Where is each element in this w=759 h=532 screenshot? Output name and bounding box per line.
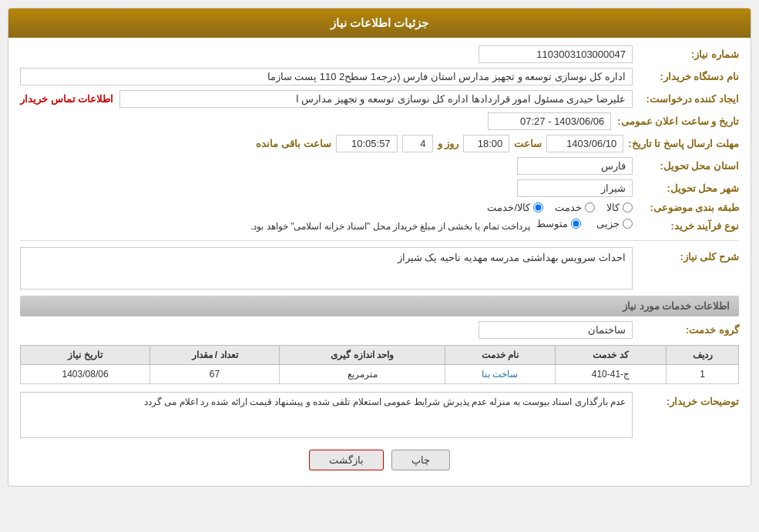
col-header-row: ردیف — [667, 346, 739, 365]
category-option-kala-khedmat[interactable]: کالا/خدمت — [487, 202, 543, 213]
category-label-kala-khedmat: کالا/خدمت — [487, 202, 530, 213]
cell-row-num: 1 — [667, 365, 739, 384]
cell-name: ساخت بنا — [445, 365, 555, 384]
services-table: ردیف کد خدمت نام خدمت واحد اندازه گیری ت… — [20, 345, 739, 384]
response-days-label: روز و — [438, 138, 459, 149]
purchase-radio-jozyi[interactable] — [623, 219, 633, 229]
cell-quantity: 67 — [150, 365, 280, 384]
purchase-type-jozyi[interactable]: جزیی — [596, 218, 633, 229]
need-number-label: شماره نیاز: — [639, 49, 739, 60]
buyer-notes-label: توضیحات خریدار: — [639, 392, 739, 407]
category-option-khedmat[interactable]: خدمت — [555, 202, 595, 213]
cell-date: 1403/08/06 — [21, 365, 150, 384]
response-days: 4 — [402, 135, 433, 152]
category-label-kala: کالا — [606, 202, 620, 213]
province-label: استان محل تحویل: — [639, 160, 739, 172]
category-radio-group: کالا خدمت کالا/خدمت — [487, 202, 633, 213]
response-deadline-label: مهلت ارسال پاسخ تا تاریخ: — [628, 138, 739, 149]
col-header-unit: واحد اندازه گیری — [279, 346, 445, 365]
city-label: شهر محل تحویل: — [639, 182, 739, 194]
need-number-value: 1103003103000047 — [479, 45, 633, 63]
buyer-org-value: اداره کل نوسازی توسعه و تجهیز مدارس استا… — [20, 68, 633, 85]
col-header-code: کد خدمت — [555, 346, 667, 365]
announce-date-value: 1403/06/06 - 07:27 — [488, 112, 611, 130]
buttons-row: چاپ بازگشت — [20, 450, 739, 470]
purchase-type-label: نوع فرآیند خرید: — [639, 220, 739, 232]
col-header-name: نام خدمت — [445, 346, 555, 365]
category-label: طبقه بندی موضوعی: — [639, 202, 739, 213]
purchase-radio-mottavasset[interactable] — [571, 219, 581, 229]
services-section-header: اطلاعات خدمات مورد نیاز — [20, 296, 739, 316]
purchase-type-group: جزیی متوسط — [536, 218, 633, 229]
purchase-label-jozyi: جزیی — [596, 218, 620, 229]
service-group-value: ساختمان — [479, 321, 633, 339]
purchase-label-mottavasset: متوسط — [536, 218, 568, 229]
category-radio-kala[interactable] — [623, 202, 633, 212]
category-label-khedmat: خدمت — [555, 202, 582, 213]
city-value: شیراز — [517, 179, 633, 197]
divider-1 — [20, 240, 739, 241]
category-option-kala[interactable]: کالا — [606, 202, 633, 213]
creator-contact-link[interactable]: اطلاعات تماس خریدار — [20, 93, 113, 105]
response-date: 1403/06/10 — [546, 135, 623, 152]
description-value: احداث سرویس بهداشتی مدرسه مهدیه ناحیه یک… — [20, 247, 633, 289]
print-button[interactable]: چاپ — [391, 450, 450, 470]
col-header-date: تاریخ نیاز — [21, 346, 150, 365]
buyer-org-label: نام دستگاه خریدار: — [639, 71, 739, 82]
creator-value: علیرضا حیدری مسئول امور قراردادها اداره … — [119, 90, 633, 108]
category-radio-khedmat[interactable] — [585, 202, 595, 212]
purchase-type-mottavasset[interactable]: متوسط — [536, 218, 581, 229]
purchase-note: پرداخت تمام یا بخشی از مبلغ خریداز محل "… — [250, 221, 530, 232]
col-header-qty: تعداد / مقدار — [150, 346, 280, 365]
response-remaining: 10:05:57 — [336, 135, 398, 152]
table-row: 1 ج-41-410 ساخت بنا مترمربع 67 1403/08/0… — [21, 365, 739, 384]
service-group-label: گروه خدمت: — [639, 324, 739, 336]
category-radio-kala-khedmat[interactable] — [533, 202, 543, 212]
province-value: فارس — [517, 157, 633, 175]
cell-unit: مترمربع — [279, 365, 445, 384]
description-label: شرح کلی نیاز: — [639, 247, 739, 263]
cell-code: ج-41-410 — [555, 365, 667, 384]
response-time: 18:00 — [463, 135, 509, 152]
page-title: جزئیات اطلاعات نیاز — [8, 8, 751, 38]
response-time-label: ساعت — [514, 138, 542, 149]
response-remaining-label: ساعت باقی مانده — [256, 138, 331, 149]
announce-date-label: تاریخ و ساعت اعلان عمومی: — [617, 115, 739, 127]
back-button[interactable]: بازگشت — [309, 450, 384, 470]
creator-label: ایجاد کننده درخواست: — [639, 93, 739, 105]
buyer-notes-value: عدم بارگذاری اسناد بیوست به منزله عدم پذ… — [20, 392, 633, 438]
